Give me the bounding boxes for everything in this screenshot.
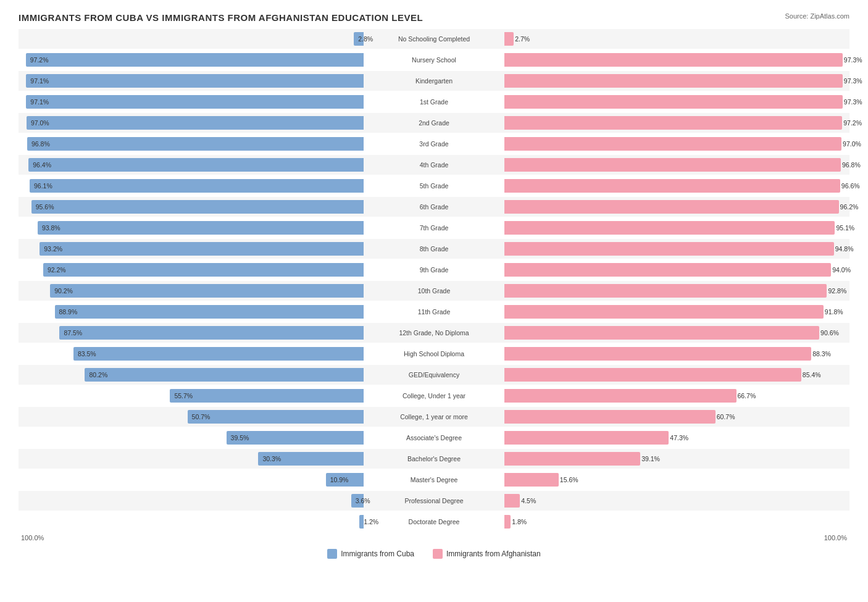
table-row: 97.1% 1st Grade 97.3% bbox=[19, 92, 849, 112]
value-right: 97.3% bbox=[844, 98, 862, 106]
right-side: 85.4% bbox=[502, 365, 849, 385]
center-label: GED/Equivalency bbox=[366, 371, 502, 378]
value-right: 1.8% bbox=[512, 518, 527, 525]
bar-blue bbox=[85, 368, 364, 382]
center-label: 2nd Grade bbox=[366, 119, 502, 127]
right-side: 39.1% bbox=[502, 449, 849, 469]
center-label: 4th Grade bbox=[366, 161, 502, 169]
value-left: 2.8% bbox=[356, 35, 373, 43]
value-right: 91.8% bbox=[825, 308, 843, 316]
value-left: 80.2% bbox=[87, 371, 107, 378]
left-side: 3.6% bbox=[19, 491, 366, 511]
center-label: 7th Grade bbox=[366, 224, 502, 232]
bar-blue bbox=[27, 116, 364, 130]
bar-blue bbox=[38, 221, 364, 235]
value-right: 96.8% bbox=[842, 161, 861, 169]
left-side: 55.7% bbox=[19, 386, 366, 406]
left-side: 10.9% bbox=[19, 470, 366, 490]
table-row: 96.8% 3rd Grade 97.0% bbox=[19, 134, 849, 154]
table-row: 83.5% High School Diploma 88.3% bbox=[19, 344, 849, 364]
table-row: 2.8% No Schooling Completed 2.7% bbox=[19, 29, 849, 49]
center-label: 6th Grade bbox=[366, 203, 502, 211]
bar-pink bbox=[504, 137, 841, 151]
bar-pink bbox=[504, 410, 716, 424]
bar-pink bbox=[504, 305, 824, 319]
left-side: 2.8% bbox=[19, 29, 366, 49]
table-row: 80.2% GED/Equivalency 85.4% bbox=[19, 365, 849, 385]
legend-afghanistan: Immigrants from Afghanistan bbox=[433, 549, 541, 559]
legend-label-afghanistan: Immigrants from Afghanistan bbox=[446, 550, 541, 558]
value-right: 97.3% bbox=[844, 56, 862, 64]
right-side: 97.3% bbox=[502, 50, 849, 70]
right-side: 2.7% bbox=[502, 29, 849, 49]
table-row: 30.3% Bachelor's Degree 39.1% bbox=[19, 449, 849, 469]
right-side: 96.2% bbox=[502, 197, 849, 217]
table-row: 55.7% College, Under 1 year 66.7% bbox=[19, 386, 849, 406]
right-side: 94.8% bbox=[502, 239, 849, 259]
legend-box-afghanistan bbox=[433, 549, 443, 559]
value-left: 97.1% bbox=[28, 77, 49, 85]
left-side: 92.2% bbox=[19, 260, 366, 280]
table-row: 39.5% Associate's Degree 47.3% bbox=[19, 428, 849, 448]
value-right: 88.3% bbox=[812, 350, 831, 357]
value-left: 88.9% bbox=[57, 308, 77, 316]
bar-blue bbox=[59, 326, 364, 340]
chart-title: IMMIGRANTS FROM CUBA VS IMMIGRANTS FROM … bbox=[19, 12, 849, 23]
table-row: 96.4% 4th Grade 96.8% bbox=[19, 155, 849, 175]
bar-blue bbox=[28, 158, 364, 172]
value-left: 3.6% bbox=[354, 497, 370, 504]
table-row: 87.5% 12th Grade, No Diploma 90.6% bbox=[19, 323, 849, 343]
bar-pink bbox=[504, 431, 669, 445]
bar-pink bbox=[504, 53, 843, 67]
value-left: 39.5% bbox=[229, 434, 249, 441]
left-side: 50.7% bbox=[19, 407, 366, 427]
value-left: 83.5% bbox=[76, 350, 96, 357]
left-side: 87.5% bbox=[19, 323, 366, 343]
bar-pink bbox=[504, 200, 839, 214]
right-side: 88.3% bbox=[502, 344, 849, 364]
table-row: 93.2% 8th Grade 94.8% bbox=[19, 239, 849, 259]
right-side: 92.8% bbox=[502, 281, 849, 301]
right-side: 97.3% bbox=[502, 71, 849, 91]
legend-cuba: Immigrants from Cuba bbox=[327, 549, 414, 559]
left-side: 93.8% bbox=[19, 218, 366, 238]
value-right: 39.1% bbox=[641, 455, 660, 462]
bar-blue bbox=[26, 53, 364, 67]
legend-box-cuba bbox=[327, 549, 337, 559]
left-side: 97.1% bbox=[19, 71, 366, 91]
value-right: 94.0% bbox=[832, 266, 851, 274]
value-right: 4.5% bbox=[521, 497, 536, 504]
table-row: 97.2% Nursery School 97.3% bbox=[19, 50, 849, 70]
center-label: 12th Grade, No Diploma bbox=[366, 329, 502, 337]
value-right: 60.7% bbox=[717, 413, 735, 420]
bar-pink bbox=[504, 32, 514, 46]
bar-blue bbox=[50, 284, 364, 298]
table-row: 96.1% 5th Grade 96.6% bbox=[19, 176, 849, 196]
right-side: 91.8% bbox=[502, 302, 849, 322]
value-right: 96.2% bbox=[840, 203, 859, 211]
table-row: 95.6% 6th Grade 96.2% bbox=[19, 197, 849, 217]
bar-blue bbox=[188, 410, 364, 424]
source-label: Source: ZipAtlas.com bbox=[785, 12, 849, 20]
center-label: College, Under 1 year bbox=[366, 392, 502, 399]
left-side: 83.5% bbox=[19, 344, 366, 364]
bar-pink bbox=[504, 452, 640, 466]
bar-pink bbox=[504, 494, 520, 508]
center-label: Professional Degree bbox=[366, 497, 502, 504]
left-side: 97.2% bbox=[19, 50, 366, 70]
bar-pink bbox=[504, 74, 843, 88]
value-right: 94.8% bbox=[835, 245, 854, 253]
value-right: 2.7% bbox=[515, 35, 530, 43]
axis-label-left: 100.0% bbox=[21, 534, 44, 541]
right-side: 47.3% bbox=[502, 428, 849, 448]
center-label: Associate's Degree bbox=[366, 434, 502, 441]
table-row: 50.7% College, 1 year or more 60.7% bbox=[19, 407, 849, 427]
table-row: 3.6% Professional Degree 4.5% bbox=[19, 491, 849, 511]
legend: Immigrants from Cuba Immigrants from Afg… bbox=[19, 549, 849, 559]
right-side: 96.8% bbox=[502, 155, 849, 175]
table-row: 1.2% Doctorate Degree 1.8% bbox=[19, 512, 849, 532]
table-row: 92.2% 9th Grade 94.0% bbox=[19, 260, 849, 280]
table-row: 10.9% Master's Degree 15.6% bbox=[19, 470, 849, 490]
center-label: Kindergarten bbox=[366, 77, 502, 85]
table-row: 93.8% 7th Grade 95.1% bbox=[19, 218, 849, 238]
